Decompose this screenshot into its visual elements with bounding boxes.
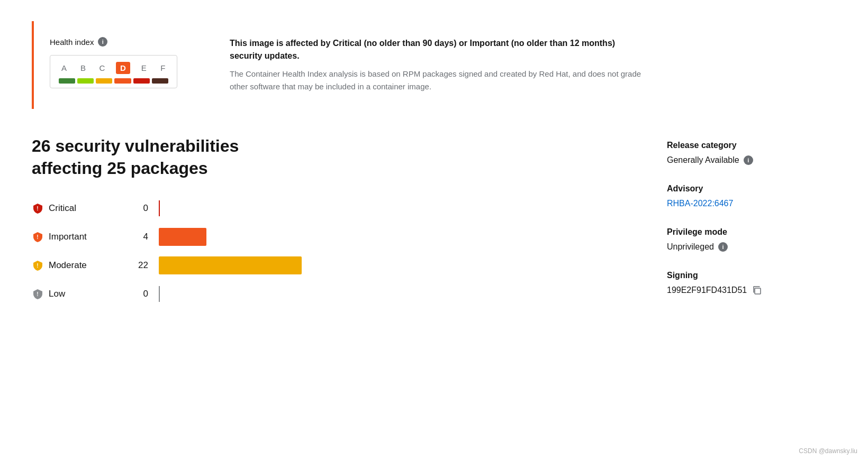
shield-moderate-icon: ! bbox=[32, 260, 43, 271]
copy-icon[interactable] bbox=[752, 286, 762, 295]
privilege-mode-value: Unprivileged i bbox=[667, 242, 836, 252]
signing-value-container: 199E2F91FD431D51 bbox=[667, 286, 836, 295]
page-container: Health index i A B C D E F bbox=[0, 0, 868, 335]
grade-a: A bbox=[59, 63, 69, 72]
grade-letters: A B C D E F bbox=[59, 62, 168, 74]
grade-bar-a bbox=[59, 78, 75, 84]
grade-d-active: D bbox=[116, 62, 130, 74]
grade-b: B bbox=[78, 63, 88, 72]
critical-bar-line bbox=[159, 200, 160, 216]
shield-low-icon: ! bbox=[32, 288, 43, 300]
moderate-label: Moderate bbox=[49, 260, 87, 271]
low-bar-line bbox=[159, 286, 160, 302]
vuln-severity-critical: ! Critical bbox=[32, 203, 116, 214]
health-index-label: Health index bbox=[50, 38, 94, 47]
vuln-row-critical: ! Critical 0 bbox=[32, 200, 614, 216]
release-category-label: Release category bbox=[667, 141, 836, 150]
privilege-mode-label: Privilege mode bbox=[667, 227, 836, 237]
vuln-title: 26 security vulnerabilities affecting 25… bbox=[32, 135, 296, 179]
grade-f: F bbox=[158, 63, 168, 72]
health-primary-text: This image is affected by Critical (no o… bbox=[230, 37, 643, 62]
svg-text:!: ! bbox=[37, 291, 38, 297]
shield-critical-icon: ! bbox=[32, 203, 43, 214]
important-count: 4 bbox=[127, 232, 148, 242]
signing-label: Signing bbox=[667, 271, 836, 280]
svg-text:!: ! bbox=[37, 234, 38, 240]
svg-rect-4 bbox=[755, 288, 761, 294]
signing-section: Signing 199E2F91FD431D51 bbox=[667, 271, 836, 295]
vuln-severity-important: ! Important bbox=[32, 231, 116, 243]
release-category-section: Release category Generally Available i bbox=[667, 141, 836, 165]
low-label: Low bbox=[49, 289, 65, 299]
health-index-info-icon[interactable]: i bbox=[98, 37, 107, 47]
health-description: This image is affected by Critical (no o… bbox=[230, 37, 643, 93]
advisory-link[interactable]: RHBA-2022:6467 bbox=[667, 199, 733, 208]
health-index-box: Health index i A B C D E F bbox=[50, 37, 198, 88]
grade-scale: A B C D E F bbox=[50, 55, 177, 88]
critical-bar-container bbox=[159, 200, 614, 216]
grade-bar-d bbox=[114, 78, 131, 84]
critical-label: Critical bbox=[49, 203, 76, 214]
grade-c: C bbox=[97, 63, 107, 72]
release-category-info-icon[interactable]: i bbox=[744, 155, 753, 165]
vuln-row-important: ! Important 4 bbox=[32, 229, 614, 245]
release-category-text: Generally Available bbox=[667, 155, 739, 165]
release-category-value: Generally Available i bbox=[667, 155, 836, 165]
health-secondary-text: The Container Health Index analysis is b… bbox=[230, 68, 643, 93]
sidebar: Release category Generally Available i A… bbox=[667, 135, 836, 314]
moderate-bar-container bbox=[159, 257, 614, 273]
vuln-row-low: ! Low 0 bbox=[32, 286, 614, 302]
health-index-title: Health index i bbox=[50, 37, 198, 47]
advisory-label: Advisory bbox=[667, 184, 836, 194]
moderate-bar bbox=[159, 256, 302, 274]
vuln-row-moderate: ! Moderate 22 bbox=[32, 257, 614, 273]
advisory-section: Advisory RHBA-2022:6467 bbox=[667, 184, 836, 208]
vuln-rows: ! Critical 0 bbox=[32, 200, 614, 302]
privilege-mode-section: Privilege mode Unprivileged i bbox=[667, 227, 836, 252]
important-label: Important bbox=[49, 232, 87, 242]
svg-text:!: ! bbox=[37, 206, 38, 211]
important-bar bbox=[159, 228, 206, 246]
shield-important-icon: ! bbox=[32, 231, 43, 243]
grade-bar-b bbox=[77, 78, 94, 84]
privilege-mode-text: Unprivileged bbox=[667, 242, 714, 252]
low-bar-container bbox=[159, 286, 614, 302]
grade-bar-c bbox=[96, 78, 112, 84]
grade-bar-f bbox=[152, 78, 168, 84]
svg-text:!: ! bbox=[37, 263, 38, 269]
important-bar-container bbox=[159, 229, 614, 245]
grade-e: E bbox=[139, 63, 149, 72]
vuln-severity-moderate: ! Moderate bbox=[32, 260, 116, 271]
vulnerabilities-section: 26 security vulnerabilities affecting 25… bbox=[32, 135, 614, 302]
main-content: 26 security vulnerabilities affecting 25… bbox=[32, 135, 836, 314]
signing-value-text: 199E2F91FD431D51 bbox=[667, 286, 747, 295]
low-count: 0 bbox=[127, 289, 148, 299]
privilege-mode-info-icon[interactable]: i bbox=[718, 242, 728, 252]
moderate-count: 22 bbox=[127, 260, 148, 271]
grade-bars bbox=[59, 78, 168, 84]
grade-bar-e bbox=[133, 78, 150, 84]
vuln-severity-low: ! Low bbox=[32, 288, 116, 300]
health-index-section: Health index i A B C D E F bbox=[32, 21, 836, 109]
critical-count: 0 bbox=[127, 203, 148, 214]
